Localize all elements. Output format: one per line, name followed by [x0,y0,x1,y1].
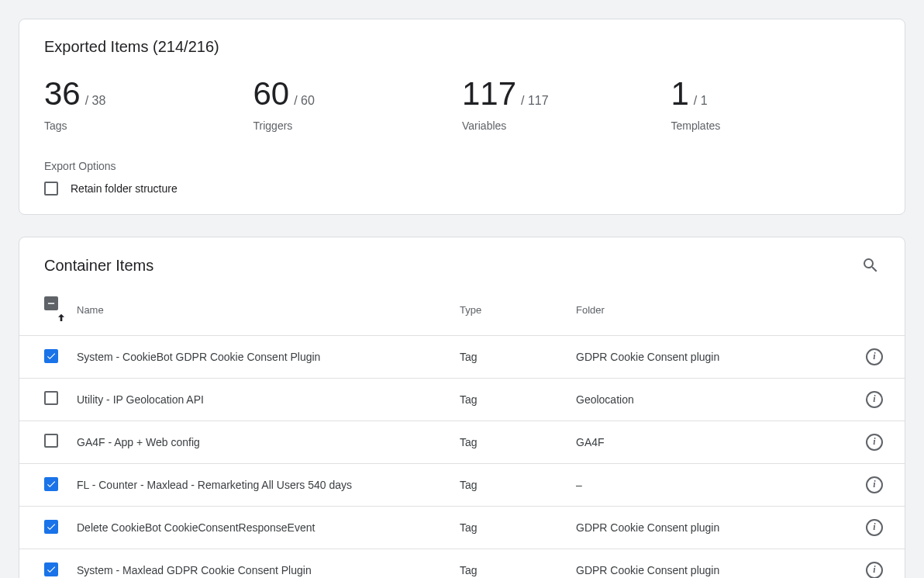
item-type: Tag [460,335,576,378]
search-icon[interactable] [861,256,880,275]
item-type: Tag [460,463,576,506]
item-name: Utility - IP Geolocation API [77,378,460,421]
stat-value: 36 [44,78,81,110]
item-folder: GDPR Cookie Consent plugin [576,335,855,378]
stat-label: Variables [462,119,671,132]
item-folder: GDPR Cookie Consent plugin [576,506,855,549]
table-row[interactable]: Delete CookieBot CookieConsentResponseEv… [19,506,905,549]
stat-total: / 60 [294,94,315,108]
info-icon[interactable]: i [866,434,883,451]
stat-templates: 1 / 1 Templates [671,78,881,132]
retain-folder-label: Retain folder structure [71,182,178,195]
export-summary-card: Exported Items (214/216) 36 / 38 Tags 60… [19,19,905,215]
container-items-title: Container Items [44,257,153,275]
stat-label: Triggers [253,119,463,132]
row-checkbox[interactable] [44,434,58,448]
item-folder: Geolocation [576,378,855,421]
table-row[interactable]: System - Maxlead GDPR Cookie Consent Plu… [19,549,905,578]
item-folder: – [576,463,855,506]
item-type: Tag [460,506,576,549]
stat-value: 60 [253,78,290,110]
item-name: GA4F - App + Web config [77,421,460,463]
info-icon[interactable]: i [866,519,883,536]
item-type: Tag [460,378,576,421]
item-name: Delete CookieBot CookieConsentResponseEv… [77,506,460,549]
stat-variables: 117 / 117 Variables [462,78,671,132]
item-type: Tag [460,549,576,578]
table-row[interactable]: Utility - IP Geolocation APITagGeolocati… [19,378,905,421]
column-name[interactable]: Name [77,290,460,335]
item-name: System - Maxlead GDPR Cookie Consent Plu… [77,549,460,578]
sort-asc-icon[interactable] [55,312,67,324]
row-checkbox[interactable] [44,562,58,576]
stat-total: / 1 [694,94,708,108]
select-all-checkbox[interactable] [44,296,58,310]
stat-value: 117 [462,78,516,110]
item-folder: GA4F [576,421,855,463]
svg-rect-0 [48,303,54,303]
info-icon[interactable]: i [866,476,883,493]
export-options-label: Export Options [44,160,880,172]
table-row[interactable]: GA4F - App + Web configTagGA4Fi [19,421,905,463]
item-name: System - CookieBot GDPR Cookie Consent P… [77,335,460,378]
stat-tags: 36 / 38 Tags [44,78,253,132]
row-checkbox[interactable] [44,477,58,491]
column-folder[interactable]: Folder [576,290,855,335]
item-type: Tag [460,421,576,463]
container-items-table: Name Type Folder System - CookieBot GDPR… [19,290,905,578]
export-title: Exported Items (214/216) [44,38,880,56]
info-icon[interactable]: i [866,348,883,365]
stat-value: 1 [671,78,689,110]
item-name: FL - Counter - Maxlead - Remarketing All… [77,463,460,506]
stat-total: / 117 [521,94,549,108]
info-icon[interactable]: i [866,391,883,408]
stat-total: / 38 [85,94,106,108]
row-checkbox[interactable] [44,391,58,405]
info-icon[interactable]: i [866,562,883,578]
stat-label: Templates [671,119,881,132]
export-stats: 36 / 38 Tags 60 / 60 Triggers 117 / 117 … [44,78,880,132]
stat-label: Tags [44,119,253,132]
row-checkbox[interactable] [44,520,58,534]
stat-triggers: 60 / 60 Triggers [253,78,463,132]
container-items-card: Container Items Name Type Folder [19,237,905,578]
item-folder: GDPR Cookie Consent plugin [576,549,855,578]
retain-folder-checkbox[interactable] [44,182,58,196]
table-row[interactable]: System - CookieBot GDPR Cookie Consent P… [19,335,905,378]
row-checkbox[interactable] [44,349,58,363]
column-type[interactable]: Type [460,290,576,335]
table-row[interactable]: FL - Counter - Maxlead - Remarketing All… [19,463,905,506]
